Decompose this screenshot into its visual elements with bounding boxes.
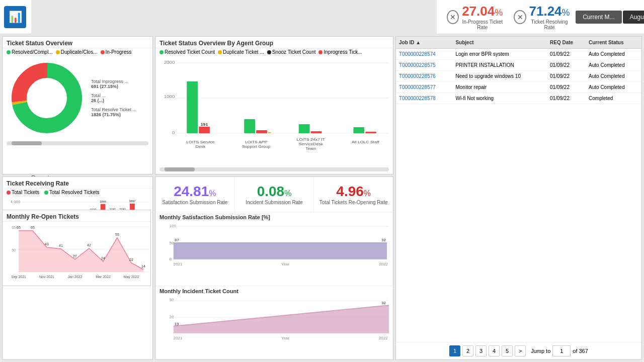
svg-text:0: 0: [170, 257, 172, 261]
resolve-label: Total Resolve Ticket ... 1826 (71.75%): [91, 107, 136, 117]
reopen-svg: 65 50 65 65 43 41 27 42 24 55 22 14 Sep …: [3, 222, 150, 286]
nav-tab-1[interactable]: August 20...: [623, 11, 644, 24]
reqdate-cell: 01/09/22: [547, 60, 586, 71]
table-pagination: 12345>Jump toof 367: [396, 342, 641, 359]
job-id-link[interactable]: T000000228574: [399, 51, 436, 57]
subject-cell: Monitor repair: [452, 82, 547, 93]
job-id-link[interactable]: T000000228575: [399, 62, 436, 68]
rate-legend-item: Total Resolved Tickets: [44, 190, 100, 195]
svg-text:Year: Year: [281, 336, 289, 340]
donut-panel: Ticket Status Overview Resolved/Compl...…: [2, 36, 153, 174]
svg-text:50: 50: [12, 248, 16, 252]
bar-scrollbar[interactable]: [159, 167, 389, 171]
svg-text:Nov 2021: Nov 2021: [39, 275, 54, 279]
reopen-label: Total Tickets Re-Opening Rate: [319, 200, 388, 205]
page-btn-3[interactable]: 3: [475, 345, 487, 356]
svg-text:1000: 1000: [164, 94, 175, 99]
table-panel: Job ID ▲ Subject REQ Date Current Status…: [395, 36, 642, 360]
table-row[interactable]: T000000228574 Login error BPR system 01/…: [396, 49, 641, 60]
svg-text:Year: Year: [281, 262, 289, 266]
svg-text:3897: 3897: [129, 200, 135, 203]
reopen-panel: Monthly Re-Open Tickets 65 50 65 65 43 4…: [2, 210, 151, 286]
svg-text:Sep 2021: Sep 2021: [11, 275, 26, 279]
svg-text:55: 55: [115, 233, 119, 236]
status-cell: Auto Completed: [586, 82, 641, 93]
table-row[interactable]: T000000228578 Wi-fi Not working 01/09/22…: [396, 93, 641, 104]
job-id-link[interactable]: T000000228577: [399, 84, 436, 90]
satisfaction-chart-title: Monthly Satisfaction Submission Rate [%]: [159, 214, 389, 220]
svg-rect-15: [244, 119, 255, 133]
page-btn-4[interactable]: 4: [489, 345, 500, 356]
page-next-btn[interactable]: >: [515, 345, 526, 356]
job-id-link[interactable]: T000000228576: [399, 73, 436, 79]
svg-text:Jan 2022: Jan 2022: [68, 275, 83, 279]
reopen-pct: %: [364, 189, 371, 198]
svg-text:Team: Team: [305, 146, 316, 151]
table-row[interactable]: T000000228575 PRINTER INSTALLATION 01/09…: [396, 60, 641, 71]
svg-marker-110: [174, 305, 389, 333]
svg-text:2022: 2022: [379, 262, 388, 266]
status-cell: Completed: [586, 93, 641, 104]
subject-cell: Need to upgrade windows 10: [452, 71, 547, 82]
donut-legend-item: In-Progress: [101, 49, 132, 55]
rate-legend: Total TicketsTotal Resolved Tickets: [3, 189, 152, 196]
metric1-value: 27.04: [462, 4, 495, 19]
svg-text:65: 65: [17, 226, 21, 229]
col-reqdate[interactable]: REQ Date: [547, 37, 586, 49]
svg-text:20: 20: [170, 315, 174, 319]
metrics-charts-panel: 24.81 % Satisfaction Submission Rate 0.0…: [155, 176, 393, 360]
bar-legend-item: Duplicate Ticket ...: [218, 49, 264, 55]
donut-scrollbar[interactable]: [7, 141, 148, 145]
svg-text:42: 42: [87, 243, 91, 247]
jump-to-label: Jump to: [531, 348, 550, 354]
svg-text:Support Group: Support Group: [242, 144, 271, 149]
jump-input[interactable]: [552, 345, 571, 356]
subject-cell: Login error BPR system: [452, 49, 547, 60]
svg-text:4,000: 4,000: [11, 200, 21, 204]
metric2-label: Ticket Resolving Rate: [528, 19, 571, 30]
svg-text:32: 32: [381, 238, 386, 242]
svg-text:100: 100: [170, 224, 177, 228]
subject-cell: PRINTER INSTALLATION: [452, 60, 547, 71]
svg-text:May 2022: May 2022: [124, 275, 139, 279]
donut-legend-item: Duplicate/Clos...: [56, 49, 98, 55]
nav-tab-0[interactable]: Current M...: [576, 11, 621, 24]
svg-marker-121: [19, 231, 143, 272]
svg-text:2000: 2000: [164, 59, 175, 65]
app-logo: 📊: [4, 6, 26, 28]
incident-svg: 30 20 19 32 2021 2022 Year: [159, 295, 389, 340]
incident-pct: %: [284, 189, 291, 198]
page-btn-1[interactable]: 1: [449, 345, 460, 356]
donut-title: Ticket Status Overview: [3, 37, 152, 48]
svg-text:41: 41: [59, 244, 63, 247]
metric2-icon: ✕: [514, 10, 526, 24]
satisfaction-chart: Monthly Satisfaction Submission Rate [%]…: [155, 212, 393, 286]
svg-text:Mar 2022: Mar 2022: [96, 275, 111, 279]
rate-legend-item: Total Tickets: [7, 190, 39, 195]
svg-rect-26: [365, 132, 376, 133]
svg-text:22: 22: [129, 258, 133, 261]
inprogress-label: Total Inprogress ... 691 (27.15%): [91, 79, 136, 89]
job-id-link[interactable]: T000000228578: [399, 96, 436, 101]
page-btn-5[interactable]: 5: [502, 345, 513, 356]
col-subject[interactable]: Subject: [452, 37, 547, 49]
svg-text:65: 65: [31, 226, 35, 229]
reopen-title: Monthly Re-Open Tickets: [3, 210, 150, 222]
table-wrap[interactable]: Job ID ▲ Subject REQ Date Current Status…: [396, 37, 641, 342]
page-btn-2[interactable]: 2: [462, 345, 473, 356]
table-row[interactable]: T000000228576 Need to upgrade windows 10…: [396, 71, 641, 82]
svg-text:2021: 2021: [174, 262, 183, 266]
svg-text:19: 19: [175, 322, 179, 326]
table-row[interactable]: T000000228577 Monitor repair 01/09/22 Au…: [396, 82, 641, 93]
svg-rect-11: [199, 127, 210, 133]
svg-text:24: 24: [101, 256, 105, 260]
metrics-top: 24.81 % Satisfaction Submission Rate 0.0…: [155, 177, 393, 212]
svg-text:1477: 1477: [188, 76, 198, 81]
col-jobid[interactable]: Job ID ▲: [396, 37, 452, 49]
donut-legend: Resolved/Compl...Duplicate/Clos...In-Pro…: [3, 48, 152, 56]
subject-cell: Wi-fi Not working: [452, 93, 547, 104]
reqdate-cell: 01/09/22: [547, 71, 586, 82]
of-pages-label: of 367: [573, 348, 588, 354]
col-status[interactable]: Current Status: [586, 37, 641, 49]
svg-text:32: 32: [381, 301, 386, 305]
